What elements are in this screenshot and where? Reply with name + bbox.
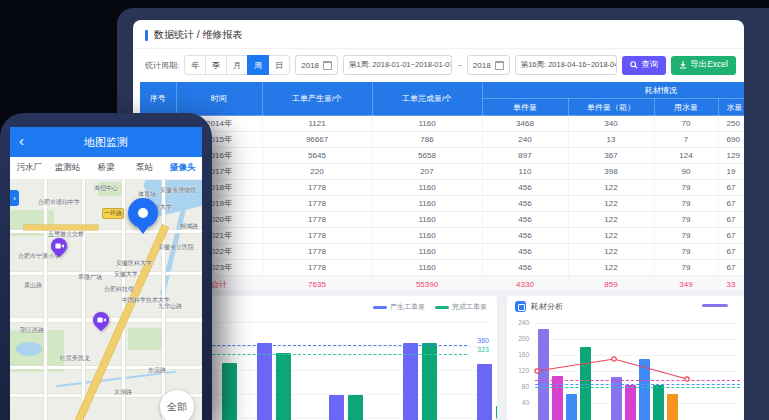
- bar-产生工单量: [477, 364, 492, 420]
- phone-screen: ‹ 地图监测 污水厂监测站桥梁泵站摄像头 一环路 ›: [10, 127, 202, 420]
- selected-camera-pin[interactable]: [128, 198, 158, 228]
- tab-泵站[interactable]: 泵站: [125, 157, 163, 179]
- sub-header-2: 单件量（箱）: [568, 99, 654, 116]
- chart2-legend-line: [702, 304, 728, 307]
- table-cell: 786: [372, 132, 482, 148]
- table-header: 序号 时间 工单产生量/个 工单完成量/个 耗材情况 单件量 单件量（箱） 用水…: [140, 82, 744, 116]
- y-tick: 80: [509, 383, 529, 390]
- tab-监测站[interactable]: 监测站: [48, 157, 86, 179]
- pond: [16, 342, 42, 356]
- segment-周[interactable]: 周: [247, 55, 269, 75]
- chart2-title: 耗材分析: [531, 301, 563, 312]
- consumable-bar: [667, 394, 678, 420]
- calendar-icon: [495, 61, 504, 70]
- charts-region: 产生工单量完成工单量 360323 耗材分析 2402001601208040: [133, 290, 744, 420]
- map-view[interactable]: 一环路 › 全部 海恒中心合肥市琥珀中学体育场安徽农业大学安徽省博物馆五里墩立交…: [10, 180, 202, 420]
- range-start-input[interactable]: 第1周: 2018-01-01~2018-01-07: [343, 55, 452, 75]
- table-row: 32016年56455658897367124129: [140, 148, 744, 164]
- reference-label: 360: [477, 337, 489, 344]
- segment-年[interactable]: 年: [184, 55, 206, 75]
- table-cell: 367: [568, 148, 654, 164]
- table-cell: 3468: [482, 116, 568, 132]
- road: [10, 272, 202, 275]
- phone-title: 地图监测: [84, 135, 128, 150]
- back-icon[interactable]: ‹: [19, 131, 24, 151]
- table-cell: 220: [262, 164, 372, 180]
- tab-桥梁[interactable]: 桥梁: [87, 157, 125, 179]
- table-cell: 1160: [372, 244, 482, 260]
- report-table: 序号 时间 工单产生量/个 工单完成量/个 耗材情况 单件量 单件量（箱） 用水…: [140, 82, 744, 310]
- map-label: 翠微广场: [78, 273, 102, 282]
- table-cell: 67: [718, 196, 744, 212]
- show-all-button[interactable]: 全部: [160, 390, 194, 420]
- road-shield: 一环路: [102, 208, 124, 219]
- camera-icon: [55, 243, 64, 250]
- tab-污水厂[interactable]: 污水厂: [10, 157, 48, 179]
- park: [128, 328, 162, 350]
- query-button[interactable]: 查询: [622, 56, 666, 75]
- table-cell: 122: [568, 196, 654, 212]
- breadcrumb: 数据统计 / 维修报表: [133, 20, 744, 49]
- year-start-select[interactable]: 2018: [295, 55, 338, 75]
- map-label: 东流路: [148, 366, 166, 375]
- consumable-bar: [625, 385, 636, 420]
- legend-item: 完成工单量: [435, 302, 487, 312]
- table-cell: 7: [654, 132, 718, 148]
- table-cell: 70: [654, 116, 718, 132]
- col-header-time: 时间: [176, 82, 262, 116]
- consumable-bar: [552, 376, 563, 420]
- map-expander-button[interactable]: ›: [10, 190, 19, 206]
- range-end-input[interactable]: 第16周: 2018-04-16~2018-04-22: [515, 55, 618, 75]
- map-label: 安徽省博物馆: [160, 186, 196, 195]
- table-cell: 122: [568, 212, 654, 228]
- table-cell: 456: [482, 244, 568, 260]
- period-segments: 年季月周日: [184, 55, 290, 75]
- period-label: 统计周期:: [145, 60, 179, 71]
- table-cell: 79: [654, 212, 718, 228]
- col-header-index: 序号: [140, 82, 176, 116]
- map-label: 合肥市琥珀中学: [38, 198, 80, 207]
- table-cell: 250: [718, 116, 744, 132]
- chart1-legend: 产生工单量完成工单量: [373, 302, 487, 312]
- camera-pin[interactable]: [90, 309, 113, 332]
- map-label: 五里墩立交桥: [48, 230, 84, 239]
- table-cell: 67: [718, 260, 744, 276]
- table-row: 52018年177811604561227967: [140, 180, 744, 196]
- table-cell: 398: [568, 164, 654, 180]
- table-cell: 1160: [372, 228, 482, 244]
- table-cell: 456: [482, 196, 568, 212]
- table-cell: 79: [654, 196, 718, 212]
- table-row: 22015年96667786240137690: [140, 132, 744, 148]
- road: [44, 180, 47, 420]
- table-cell: 240: [482, 132, 568, 148]
- map-label: 望江西路: [20, 326, 44, 335]
- table-cell: 340: [568, 116, 654, 132]
- year-end-value: 2018: [473, 61, 491, 70]
- segment-季[interactable]: 季: [205, 55, 227, 75]
- dashboard-window: 数据统计 / 维修报表 统计周期: 年季月周日 2018 第1周: 2018-0…: [133, 20, 744, 420]
- table-row: 92022年177811604561227967: [140, 244, 744, 260]
- segment-月[interactable]: 月: [226, 55, 248, 75]
- bar-完成工单量: [348, 395, 363, 420]
- tab-摄像头[interactable]: 摄像头: [164, 157, 202, 179]
- reference-line: [535, 380, 740, 381]
- phone-tabbar: 污水厂监测站桥梁泵站摄像头: [10, 157, 202, 180]
- table-cell: 1160: [372, 212, 482, 228]
- year-end-select[interactable]: 2018: [467, 55, 510, 75]
- table-cell: 122: [568, 244, 654, 260]
- consumables-chart: 耗材分析 2402001601208040: [507, 296, 744, 420]
- reference-line: [535, 387, 740, 388]
- segment-日[interactable]: 日: [268, 55, 290, 75]
- export-excel-button[interactable]: 导出Excel: [671, 56, 736, 75]
- filter-toolbar: 统计周期: 年季月周日 2018 第1周: 2018-01-01~2018-01…: [133, 49, 744, 82]
- table-body: 12014年1121116034683407025022015年96667786…: [140, 116, 744, 310]
- range-separator: ~: [457, 61, 462, 70]
- table-cell: 1778: [262, 196, 372, 212]
- chart-icon: [515, 301, 526, 312]
- consumable-bar: [639, 359, 650, 420]
- table-row: 62019年177811604561227967: [140, 196, 744, 212]
- table-row: 82021年177811604561227967: [140, 228, 744, 244]
- table-cell: 96667: [262, 132, 372, 148]
- table-cell: 5658: [372, 148, 482, 164]
- table-cell: 122: [568, 228, 654, 244]
